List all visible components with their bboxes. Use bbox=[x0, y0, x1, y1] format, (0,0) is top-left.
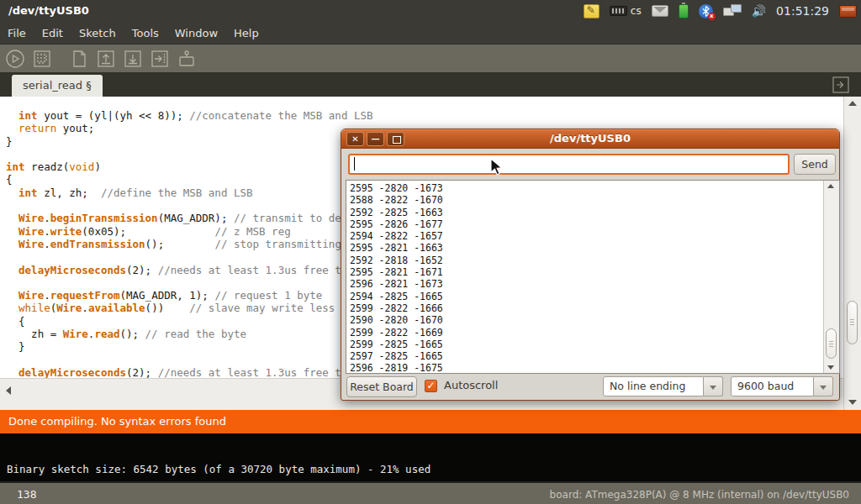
open-icon bbox=[95, 48, 117, 70]
ide-toolbar bbox=[0, 44, 861, 72]
serial-scrollbar-thumb[interactable] bbox=[826, 328, 837, 359]
line-ending-dropdown-arrow-icon[interactable] bbox=[704, 376, 723, 396]
editor-scrollbar-thumb[interactable] bbox=[847, 301, 858, 344]
verify-icon bbox=[4, 48, 26, 70]
code-line: return yout; bbox=[6, 122, 373, 134]
serial-monitor-window: ✕ — /dev/ttyUSB0 Send 2595 -2820 -1673 2… bbox=[341, 129, 840, 401]
tab-serial-read[interactable]: serial_read § bbox=[12, 75, 103, 97]
window-titlebar[interactable]: ✕ — /dev/ttyUSB0 bbox=[341, 129, 839, 149]
code-line: delayMicroseconds(2); //needs at least 1… bbox=[6, 264, 373, 276]
autoscroll-checkbox[interactable] bbox=[425, 380, 437, 392]
code-line: Wire.write(0x05); // z MSB reg bbox=[6, 225, 373, 238]
line-ending-select[interactable]: No line ending bbox=[603, 376, 704, 396]
network-icon[interactable] bbox=[723, 4, 742, 18]
desktop: /dev/ttyUSB0 cs x 🔊 01:51:29 FileEditSke… bbox=[0, 0, 861, 504]
code-line bbox=[6, 354, 373, 366]
code-text: int yout = (yl|(yh << 8)); //concatenate… bbox=[6, 109, 373, 378]
code-line: { bbox=[6, 315, 373, 328]
volume-icon[interactable]: 🔊 bbox=[752, 4, 766, 18]
clock[interactable]: 01:51:29 bbox=[776, 4, 829, 18]
send-button[interactable]: Send bbox=[794, 154, 836, 175]
stop-button[interactable] bbox=[31, 48, 53, 70]
serial-monitor-icon bbox=[176, 48, 198, 70]
tab-menu-arrow-icon bbox=[832, 76, 850, 94]
code-line bbox=[6, 250, 373, 263]
compile-status-bar: Done compiling. No syntax errors found bbox=[0, 410, 861, 433]
serial-input-wrap bbox=[348, 154, 790, 175]
mail-icon[interactable] bbox=[652, 5, 668, 17]
code-line: { bbox=[6, 173, 373, 186]
verify-button[interactable] bbox=[4, 48, 26, 70]
upload-icon bbox=[149, 48, 171, 70]
active-window-title: /dev/ttyUSB0 bbox=[8, 4, 89, 17]
bluetooth-off-badge: x bbox=[708, 13, 716, 20]
stop-icon bbox=[31, 48, 53, 70]
code-line bbox=[6, 276, 373, 289]
scroll-up-arrow-icon[interactable] bbox=[848, 101, 857, 106]
scroll-left-arrow-icon[interactable] bbox=[6, 386, 11, 395]
new-file-icon bbox=[68, 48, 90, 70]
code-line: Wire.endTransmission(); // stop transmit… bbox=[6, 238, 373, 250]
upload-button[interactable] bbox=[149, 48, 171, 70]
battery-icon[interactable] bbox=[679, 4, 689, 18]
keyboard-layout-label: cs bbox=[631, 5, 642, 17]
code-line: int yout = (yl|(yh << 8)); //concatenate… bbox=[6, 109, 373, 122]
baud-dropdown-arrow-icon[interactable] bbox=[814, 376, 833, 396]
code-line: Wire.requestFrom(MAG_ADDR, 1); // reques… bbox=[6, 289, 373, 302]
save-button[interactable] bbox=[122, 48, 144, 70]
menu-bar: FileEditSketchToolsWindowHelp bbox=[0, 22, 861, 44]
save-icon bbox=[122, 48, 144, 70]
board-info: board: ATmega328P(A) @ 8 MHz (internal) … bbox=[550, 489, 849, 501]
new-sketch-button[interactable] bbox=[68, 48, 90, 70]
open-button[interactable] bbox=[95, 48, 117, 70]
code-line: int zl, zh; //define the MSB and LSB bbox=[6, 186, 373, 199]
menu-item-help[interactable]: Help bbox=[234, 27, 259, 39]
serial-scrollbar[interactable] bbox=[823, 181, 839, 373]
serial-output-text: 2595 -2820 -1673 2588 -2822 -1670 2592 -… bbox=[350, 182, 443, 374]
keyboard-indicator[interactable]: cs bbox=[610, 5, 642, 17]
ide-footer: 138 board: ATmega328P(A) @ 8 MHz (intern… bbox=[0, 481, 861, 504]
window-title: /dev/ttyUSB0 bbox=[341, 132, 839, 144]
code-line: } bbox=[6, 340, 373, 353]
serial-monitor-button[interactable] bbox=[176, 48, 198, 70]
console-output: Binary sketch size: 6542 bytes (of a 307… bbox=[7, 463, 430, 475]
tab-menu-button[interactable] bbox=[831, 75, 851, 95]
menu-item-file[interactable]: File bbox=[8, 27, 26, 39]
scroll-down-arrow-icon[interactable] bbox=[848, 400, 857, 405]
notes-icon[interactable] bbox=[584, 4, 600, 18]
scroll-up-arrow-icon[interactable] bbox=[827, 184, 834, 188]
code-line: zh = Wire.read(); // read the byte bbox=[6, 328, 373, 340]
autoscroll-label: Autoscroll bbox=[444, 379, 498, 391]
menu-item-window[interactable]: Window bbox=[175, 27, 218, 39]
mouse-cursor bbox=[490, 158, 505, 176]
system-tray: cs x 🔊 01:51:29 bbox=[584, 0, 859, 22]
code-line bbox=[6, 148, 373, 160]
serial-output-area[interactable]: 2595 -2820 -1673 2588 -2822 -1670 2592 -… bbox=[346, 180, 840, 374]
code-line: Wire.beginTransmission(MAG_ADDR); // tra… bbox=[6, 212, 373, 224]
baud-rate-select[interactable]: 9600 baud bbox=[731, 376, 814, 396]
menu-item-sketch[interactable]: Sketch bbox=[79, 27, 116, 39]
bluetooth-icon[interactable]: x bbox=[699, 4, 713, 18]
line-number-indicator: 138 bbox=[17, 488, 36, 501]
reset-board-button[interactable]: Reset Board bbox=[346, 376, 417, 397]
code-line bbox=[6, 199, 373, 212]
session-menu-icon[interactable] bbox=[839, 5, 857, 18]
serial-monitor-controls: Reset Board Autoscroll No line ending 96… bbox=[341, 376, 841, 397]
top-panel: /dev/ttyUSB0 cs x 🔊 01:51:29 bbox=[0, 0, 861, 22]
code-line: int readz(void) bbox=[6, 160, 373, 173]
code-line: while(Wire.available()) // slave may wri… bbox=[6, 302, 373, 314]
keyboard-icon bbox=[610, 6, 627, 16]
scroll-down-arrow-icon[interactable] bbox=[827, 365, 834, 370]
code-line: delayMicroseconds(2); //needs at least 1… bbox=[6, 366, 373, 378]
serial-send-input[interactable] bbox=[348, 154, 790, 175]
menu-item-edit[interactable]: Edit bbox=[42, 27, 63, 39]
tab-strip: serial_read § bbox=[0, 72, 861, 97]
menu-item-tools[interactable]: Tools bbox=[132, 27, 159, 39]
text-caret bbox=[354, 157, 355, 171]
code-line: } bbox=[6, 135, 373, 148]
editor-vertical-scrollbar[interactable] bbox=[843, 97, 861, 410]
build-console: Binary sketch size: 6542 bytes (of a 307… bbox=[0, 433, 861, 481]
